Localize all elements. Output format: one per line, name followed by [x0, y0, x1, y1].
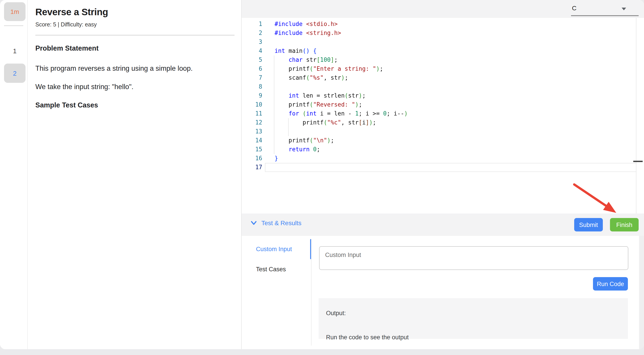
sample-test-cases-heading: Sample Test Cases: [35, 101, 98, 109]
code-text: char str[100];: [274, 56, 338, 64]
line-number: 10: [242, 100, 262, 109]
line-number: 9: [242, 91, 262, 100]
code-line[interactable]: 9 int len = strlen(str);: [242, 91, 644, 100]
line-number: 17: [242, 163, 262, 172]
code-line[interactable]: 12 printf("%c", str[i]);: [242, 118, 644, 127]
code-line[interactable]: 6 printf("Enter a string: ");: [242, 64, 644, 74]
tabs-divider: [311, 239, 312, 346]
line-number: 6: [242, 64, 262, 74]
line-number: 12: [242, 118, 262, 127]
test-results-bar: Test & Results Submit Finish: [242, 214, 644, 236]
overview-ruler-cursor-mark: [633, 161, 643, 162]
line-number: 13: [242, 127, 262, 136]
tab-test-cases[interactable]: Test Cases: [242, 259, 310, 279]
problem-paragraph: This program reverses a string using a s…: [35, 64, 193, 72]
problem-divider: [35, 35, 234, 35]
code-line[interactable]: 1#include <stdio.h>: [242, 20, 644, 29]
language-bar: C: [242, 0, 644, 18]
code-text: #include <string.h>: [274, 29, 341, 38]
code-text: printf("\n");: [274, 136, 334, 145]
code-line[interactable]: 3: [242, 38, 644, 46]
line-number: 3: [242, 38, 262, 46]
line-number: 11: [242, 109, 262, 118]
code-line[interactable]: 16}: [242, 154, 644, 163]
code-line[interactable]: 15 return 0;: [242, 145, 644, 154]
code-line[interactable]: 5 char str[100];: [242, 56, 644, 64]
code-text: }: [274, 154, 278, 163]
line-number: 5: [242, 56, 262, 64]
output-hint: Run the code to see the output: [326, 334, 408, 340]
code-editor[interactable]: 1#include <stdio.h>2#include <string.h>3…: [242, 18, 644, 214]
line-number: 1: [242, 20, 262, 29]
language-select[interactable]: C: [571, 2, 639, 16]
test-results-toggle[interactable]: Test & Results: [250, 219, 302, 226]
sidebar-divider: [4, 26, 23, 26]
timer-label: 1m: [10, 8, 19, 15]
code-line[interactable]: 2#include <string.h>: [242, 29, 644, 38]
line-number: 2: [242, 29, 262, 38]
question-nav-item-1[interactable]: 1: [4, 41, 26, 60]
finish-button[interactable]: Finish: [610, 218, 639, 232]
code-text: #include <stdio.h>: [274, 20, 338, 29]
screen: 1m 12 Reverse a String Score: 5 | Diffic…: [0, 0, 644, 355]
output-label: Output:: [326, 310, 346, 316]
line-number: 8: [242, 82, 262, 91]
card-right-gutter: [639, 236, 644, 349]
line-number: 4: [242, 46, 262, 56]
code-text: scanf("%s", str);: [274, 74, 348, 82]
editor-panel: C 1#include <stdio.h>2#include <string.h…: [242, 0, 644, 349]
submit-button[interactable]: Submit: [574, 218, 603, 232]
chevron-down-icon: [250, 221, 257, 225]
code-text: printf("Enter a string: ");: [274, 64, 383, 74]
timer-badge: 1m: [4, 2, 26, 21]
code-text: return 0;: [274, 145, 320, 154]
problem-statement-heading: Problem Statement: [35, 44, 99, 52]
app-window: 1m 12 Reverse a String Score: 5 | Diffic…: [0, 0, 644, 349]
problem-meta: Score: 5 | Difficulty: easy: [35, 22, 97, 28]
tester-card: Custom InputTest Cases Run Code Output: …: [242, 236, 639, 349]
code-line[interactable]: 14 printf("\n");: [242, 136, 644, 145]
code-line[interactable]: 13: [242, 127, 644, 136]
code-text: printf("%c", str[i]);: [274, 118, 376, 127]
output-box: Output: Run the code to see the output: [318, 298, 628, 339]
line-number: 14: [242, 136, 262, 145]
code-line[interactable]: 11 for (int i = len - 1; i >= 0; i--): [242, 109, 644, 118]
code-text: for (int i = len - 1; i >= 0; i--): [274, 109, 408, 118]
chevron-down-icon: [622, 8, 626, 10]
line-number: 16: [242, 154, 262, 163]
code-text: int len = strlen(str);: [274, 91, 366, 100]
problem-panel: Reverse a String Score: 5 | Difficulty: …: [28, 0, 242, 349]
select-underline: [571, 15, 639, 16]
question-nav-item-2[interactable]: 2: [4, 64, 26, 83]
tab-custom-input[interactable]: Custom Input: [242, 239, 310, 259]
language-select-value: C: [572, 4, 576, 12]
run-code-button[interactable]: Run Code: [593, 277, 628, 290]
problem-paragraph: We take the input string: "hello".: [35, 83, 133, 91]
question-sidebar: 1m 12: [0, 0, 28, 349]
code-line[interactable]: 8: [242, 82, 644, 91]
code-text: printf("Reversed: ");: [274, 100, 362, 109]
code-line[interactable]: 10 printf("Reversed: ");: [242, 100, 644, 109]
code-line[interactable]: 17: [242, 163, 644, 172]
custom-input-field[interactable]: [319, 246, 628, 270]
line-number: 15: [242, 145, 262, 154]
code-text: int main() {: [274, 46, 317, 56]
editor-scrollbar-track[interactable]: [636, 18, 636, 214]
problem-title: Reverse a String: [35, 7, 108, 18]
test-results-label: Test & Results: [261, 219, 302, 226]
line-number: 7: [242, 74, 262, 82]
code-line[interactable]: 7 scanf("%s", str);: [242, 74, 644, 82]
code-line[interactable]: 4int main() {: [242, 46, 644, 56]
